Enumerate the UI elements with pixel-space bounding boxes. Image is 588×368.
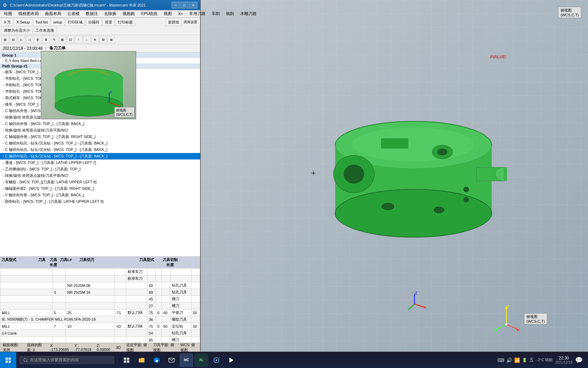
mc-icon-btn-6[interactable]: ⬇ xyxy=(42,36,50,43)
mc-menu-drawing[interactable]: 绘图 xyxy=(1,10,15,17)
table-row[interactable]: NR 2525M 0860钻孔刀具 xyxy=(0,282,200,289)
tray-icon-2[interactable]: 🔊 xyxy=(506,357,512,363)
mail-btn[interactable] xyxy=(165,353,178,367)
mc-icon-btn-14[interactable]: ⊕ xyxy=(108,36,115,43)
mc-icon-btn-10[interactable]: ↑ xyxy=(75,36,82,43)
mc-toolbar-2: ⊞ ⊟ ▷ ◁ ⬆ ⬇ ✎ ⊠ ⊡ ↑ ↓ ✕ ⚙ ⊕ xyxy=(0,35,200,44)
tray-icon-3[interactable]: 📶 xyxy=(514,357,520,363)
table-row[interactable]: C4 Csink54钻孔刀具 xyxy=(0,330,200,337)
mc-btn-1[interactable]: X·万 xyxy=(1,18,13,26)
part-3d-view xyxy=(320,91,507,261)
windows-logo-icon xyxy=(5,357,12,364)
mc-minimize-btn[interactable]: ─ xyxy=(172,2,180,9)
start-button[interactable] xyxy=(0,352,16,368)
op-14[interactable]: - C 轴径向钻孔 - 钻头/沉头钻 - [WCS: TOP_] - [刀具面:… xyxy=(0,153,200,159)
file-explorer-btn[interactable] xyxy=(135,353,148,367)
mc-btn-print-area[interactable]: 打印区域 xyxy=(65,18,85,26)
app-icon-6[interactable] xyxy=(210,353,223,367)
mc-status-bar: 截面视图: 关闭 选择的图素: 0 X: -173.20685 Y: -77.0… xyxy=(0,343,200,352)
th-num: 刀具 xyxy=(37,257,47,267)
mc-maximize-btn[interactable]: □ xyxy=(180,2,189,9)
tray-icon-4[interactable]: 🔋 xyxy=(522,358,527,363)
mc-icon-btn-4[interactable]: ◁ xyxy=(26,36,33,43)
app-7-icon xyxy=(228,357,235,364)
status-view-mode: 截面视图: 关闭 xyxy=(3,342,21,353)
table-header-row: 刀具型式 刀具 刀具长度 刀具L# 刀具切刃 刀具型式 刀具切制长度 xyxy=(0,257,200,268)
table-row[interactable]: 27槽刀 xyxy=(0,303,200,309)
mc-menu-data[interactable]: 数据注 xyxy=(83,10,101,17)
edge-browser-btn[interactable] xyxy=(150,353,163,367)
mc-menu-common[interactable]: 常用刀路 xyxy=(186,10,208,17)
app-icon-7[interactable] xyxy=(225,353,238,367)
mastercam-taskbar-label: MC xyxy=(184,358,189,362)
op-11[interactable]: - C 轴端面外形 - [WCS: TOP_] - [刀具面: RIGHT SI… xyxy=(0,134,200,140)
table-row[interactable]: MILL710-42默认刀纳75060定位钻50 xyxy=(0,323,200,330)
table-row[interactable]: IE: N590铜削刀 - S, CHAMFER MILL R166.5FA-2… xyxy=(0,316,200,323)
mc-menu-mill[interactable]: 铣削 xyxy=(223,10,237,17)
notification-btn[interactable]: 💬 xyxy=(575,356,583,364)
mc-btn-work-selection[interactable]: 工作表选项 xyxy=(33,27,56,34)
mc-menu-tolerance[interactable]: 公差楼 xyxy=(65,10,82,17)
svg-point-11 xyxy=(344,165,364,184)
mc-btn-toollist[interactable]: Tool list xyxy=(33,18,50,26)
mc-menu-remove[interactable]: 去除换 xyxy=(101,10,119,17)
taskview-icon-btn[interactable] xyxy=(120,353,133,367)
small-preview: Z X 俯视图(WCS,C,T) xyxy=(41,51,136,119)
lang-indicator[interactable]: 五 xyxy=(529,357,534,363)
time-date-widget[interactable]: 22:30 2021/12/18 xyxy=(555,356,572,364)
mastercam-btn[interactable]: MC xyxy=(180,353,193,367)
mc-icon-btn-2[interactable]: ⊟ xyxy=(10,36,17,43)
mc-icon-btn-13[interactable]: ⚙ xyxy=(99,36,107,43)
op-19[interactable]: - 轴端面外形2 - [WCS: TOP_] - [刀具面: RIGHT SID… xyxy=(0,185,200,192)
mc-btn-separator[interactable]: 分隔符 xyxy=(86,18,102,26)
op-12[interactable]: - C 轴径向钻孔 - 钻头/沉头钻 - [WCS: TOP_] - [刀具面:… xyxy=(0,140,200,147)
mc-menu-view[interactable]: 视跑跑 xyxy=(120,10,137,17)
th-type: 刀具型式 xyxy=(1,257,35,267)
mc-btn-setup2[interactable]: setup xyxy=(51,18,65,26)
mc-icon-btn-5[interactable]: ⬆ xyxy=(34,36,42,43)
mc-btn-bg[interactable]: 背景 xyxy=(102,18,115,26)
table-row[interactable]: MILL525-71默认刀纳75060平铣刀50 xyxy=(0,309,200,316)
op-16[interactable]: - 乙控擦(标的) - [WCS: TOP_] - [刀具面: TOP_] xyxy=(0,166,200,172)
op-10[interactable]: - 转换/旋转 依照原点旋转/刀具平面/NCI xyxy=(0,127,200,134)
mc-icon-btn-7[interactable]: ✎ xyxy=(50,36,58,43)
mc-btn-workarea[interactable]: 调整为合适大小 xyxy=(1,27,32,34)
mc-btn-setup[interactable]: X·Setup xyxy=(14,18,32,26)
mc-menu-wireframe[interactable]: 线框图布局 xyxy=(16,10,42,17)
mc-icon-btn-8[interactable]: ⊠ xyxy=(59,36,66,43)
mc-btn-print-titles[interactable]: 打印标题 xyxy=(115,18,135,26)
mc-menu-wood[interactable]: 木雕刀路 xyxy=(238,10,259,17)
op-9[interactable]: - C 轴径向外形 - [WCS: TOP_] - [刀具面: BACK_] xyxy=(0,121,200,127)
mc-icon-btn-12[interactable]: ✕ xyxy=(91,36,99,43)
op-18[interactable]: - 车螺纹 - [WCS: TOP_][刀具面: LATHE UPPER LEF… xyxy=(0,179,200,185)
table-row[interactable]: 3NR 2525M 1660钻孔刀具 xyxy=(0,289,200,296)
status-selected: 选择的图素: 0 xyxy=(27,342,45,353)
th-h3 xyxy=(123,257,132,267)
table-row[interactable]: 45槽刀 xyxy=(0,296,200,303)
mail-icon xyxy=(168,357,175,364)
op-15[interactable]: - 通道 - [WCS: TOP_] - [刀具面: LATHE UPPER L… xyxy=(0,159,200,166)
th-h2 xyxy=(113,257,122,267)
mc-menu-cpu[interactable]: CPU统统 xyxy=(138,10,160,17)
excel-btn[interactable]: XL xyxy=(195,353,208,367)
mc-btn-newgroup[interactable]: 新群组 xyxy=(166,18,182,26)
op-21[interactable]: - 卧削钻孔 - [WCS: TOP_] - [刀具面: LATHE UPPER… xyxy=(0,198,200,205)
op-13[interactable]: - C 轴径向钻孔 - 钻头/沉头钻 - [WCS: TOP_] - [刀具面:… xyxy=(0,147,200,153)
op-17[interactable]: - 转换/旋转 依照原点旋转/刀具平面/NCI xyxy=(0,172,200,179)
mc-menu-surface[interactable]: 曲面布局 xyxy=(42,10,64,17)
mc-menu-x[interactable]: X+ xyxy=(175,11,186,17)
mc-icon-btn-9[interactable]: ⊡ xyxy=(67,36,74,43)
table-row[interactable]: 标准车刀 xyxy=(0,269,200,275)
tray-icon-1[interactable]: ⌨ xyxy=(497,357,504,363)
svg-rect-42 xyxy=(124,357,127,360)
mc-menu-view2[interactable]: 视图 xyxy=(161,10,175,17)
table-row[interactable]: 标准车刀 xyxy=(0,275,200,282)
op-20[interactable]: - V 轴径向外形 - [WCS: TOP_] - [刀具面: BACK_] xyxy=(0,192,200,198)
mc-close-btn[interactable]: ✕ xyxy=(189,2,197,9)
svg-line-28 xyxy=(414,304,425,307)
mc-icon-btn-1[interactable]: ⊞ xyxy=(1,36,9,43)
mc-icon-btn-11[interactable]: ↓ xyxy=(83,36,91,43)
mc-icon-btn-3[interactable]: ▷ xyxy=(18,36,25,43)
mc-menu-lathe[interactable]: 车削 xyxy=(209,10,223,17)
taskbar-search[interactable]: 在这里输入你要搜索的内容 xyxy=(19,356,114,364)
